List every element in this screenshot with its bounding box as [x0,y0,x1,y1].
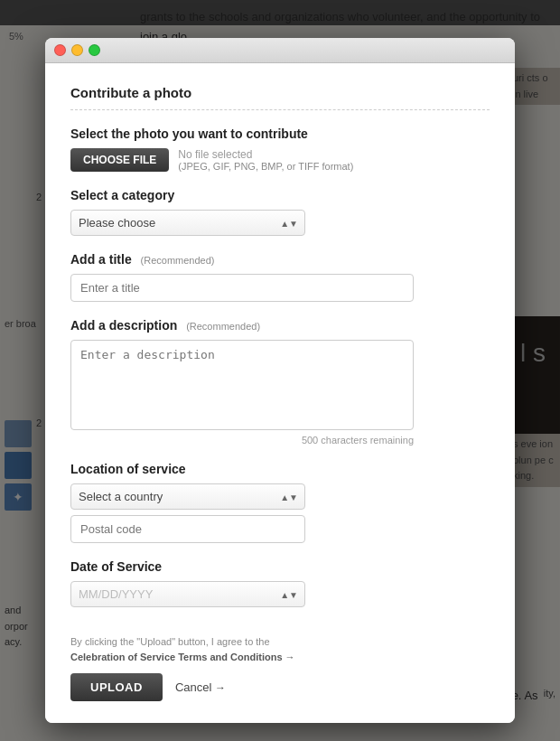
date-select-wrapper: MM/DD/YYYY ▲▼ [70,581,305,607]
file-info: No file selected (JPEG, GIF, PNG, BMP, o… [178,148,353,172]
category-section: Select a category Please choose Nature P… [70,188,490,236]
location-label: Location of service [70,462,490,476]
country-select-wrapper: Select a country United States Canada Un… [70,483,305,510]
terms-text: By clicking the "Upload" button, I agree… [70,634,490,664]
action-row: UPLOAD Cancel → [70,673,490,701]
minimize-button[interactable] [71,44,83,56]
cancel-link[interactable]: Cancel → [175,680,226,694]
date-section: Date of Service MM/DD/YYYY ▲▼ [70,559,490,607]
description-textarea[interactable] [70,340,414,430]
title-field-label: Add a title (Recommended) [70,252,490,267]
choose-file-button[interactable]: CHOOSE FILE [70,148,169,172]
title-input[interactable] [70,274,414,302]
maximize-button[interactable] [89,44,100,56]
modal-footer: By clicking the "Upload" button, I agree… [70,624,490,701]
terms-link[interactable]: Celebration of Service Terms and Conditi… [70,652,283,662]
date-label: Date of Service [70,559,490,574]
char-count: 500 characters remaining [70,435,414,446]
description-recommended: (Recommended) [186,321,260,332]
cancel-arrow-icon: → [215,681,226,694]
modal-body: Contribute a photo Select the photo you … [45,63,515,723]
description-label: Add a description (Recommended) [70,318,490,333]
category-select[interactable]: Please choose Nature People Events Other [70,210,305,236]
country-select[interactable]: Select a country United States Canada Un… [70,483,305,510]
photo-section: Select the photo you want to contribute … [70,127,490,172]
file-formats-text: (JPEG, GIF, PNG, BMP, or TIFF format) [178,161,353,172]
close-button[interactable] [54,44,66,56]
modal-window: Contribute a photo Select the photo you … [45,38,515,723]
file-upload-row: CHOOSE FILE No file selected (JPEG, GIF,… [70,148,490,172]
date-select[interactable]: MM/DD/YYYY [70,581,305,607]
traffic-lights [54,44,100,56]
upload-button[interactable]: UPLOAD [70,673,163,701]
location-section: Location of service Select a country Uni… [70,462,490,543]
modal-titlebar [45,38,515,63]
no-file-text: No file selected [178,148,353,161]
modal-title: Contribute a photo [70,85,490,110]
title-section: Add a title (Recommended) [70,252,490,302]
category-select-wrapper: Please choose Nature People Events Other… [70,210,305,236]
terms-arrow: → [285,652,295,662]
title-recommended: (Recommended) [141,255,215,266]
description-section: Add a description (Recommended) 500 char… [70,318,490,446]
photo-label: Select the photo you want to contribute [70,127,490,141]
postal-code-input[interactable] [70,515,305,543]
category-label: Select a category [70,188,490,202]
